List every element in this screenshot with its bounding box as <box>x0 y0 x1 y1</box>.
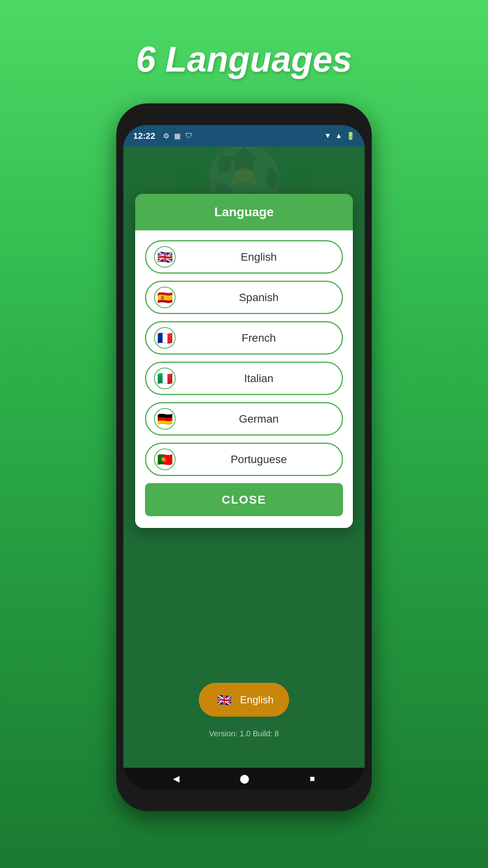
language-name-german: German <box>183 413 334 425</box>
flag-spanish: 🇪🇸 <box>154 287 176 308</box>
language-option-english[interactable]: 🇬🇧 English <box>145 240 343 274</box>
version-text: Version: 1.0 Build: 8 <box>209 729 279 738</box>
home-button[interactable]: ⬤ <box>240 774 250 784</box>
status-icons: ⚙ ▦ 🛡 <box>163 132 193 140</box>
app-content: Language 🇬🇧 English 🇪🇸 <box>123 147 365 768</box>
language-option-french[interactable]: 🇫🇷 French <box>145 321 343 355</box>
language-option-german[interactable]: 🇩🇪 German <box>145 402 343 436</box>
flag-portuguese: 🇵🇹 <box>154 449 176 470</box>
phone-nav-bar: ◀ ⬤ ■ <box>123 768 365 789</box>
dialog-title: Language <box>214 205 273 219</box>
current-flag-icon: 🇬🇧 <box>215 690 234 710</box>
language-dialog: Language 🇬🇧 English 🇪🇸 <box>135 194 353 528</box>
signal-icon: ▲ <box>335 132 342 140</box>
language-name-french: French <box>183 332 334 344</box>
current-language-button[interactable]: 🇬🇧 English <box>199 683 289 717</box>
dialog-header: Language <box>135 194 353 230</box>
language-name-spanish: Spanish <box>183 291 334 304</box>
phone-device: 12:22 ⚙ ▦ 🛡 ▼ ▲ 🔋 <box>116 103 372 811</box>
language-option-spanish[interactable]: 🇪🇸 Spanish <box>145 281 343 314</box>
back-button[interactable]: ◀ <box>173 774 180 784</box>
close-button[interactable]: CLOSE <box>145 483 343 516</box>
current-language-name: English <box>240 694 273 706</box>
battery-icon: 🔋 <box>346 132 355 140</box>
language-name-italian: Italian <box>183 372 334 385</box>
dialog-body: 🇬🇧 English 🇪🇸 Spanish 🇫 <box>135 230 353 528</box>
flag-english: 🇬🇧 <box>154 246 176 268</box>
language-option-italian[interactable]: 🇮🇹 Italian <box>145 362 343 395</box>
page-title: 6 Languages <box>136 39 352 80</box>
status-bar: 12:22 ⚙ ▦ 🛡 ▼ ▲ 🔋 <box>123 125 365 147</box>
settings-icon: ⚙ <box>163 132 169 140</box>
shield-icon: 🛡 <box>185 132 193 140</box>
language-option-portuguese[interactable]: 🇵🇹 Portuguese <box>145 443 343 476</box>
flag-french: 🇫🇷 <box>154 327 176 349</box>
language-name-english: English <box>183 251 334 263</box>
language-name-portuguese: Portuguese <box>183 453 334 466</box>
status-time: 12:22 <box>133 131 155 141</box>
recent-button[interactable]: ■ <box>310 774 315 784</box>
wifi-icon: ▼ <box>324 132 331 140</box>
flag-italian: 🇮🇹 <box>154 368 176 389</box>
status-right-icons: ▼ ▲ 🔋 <box>324 132 355 140</box>
phone-screen: 12:22 ⚙ ▦ 🛡 ▼ ▲ 🔋 <box>123 125 365 789</box>
flag-german: 🇩🇪 <box>154 408 176 430</box>
sim-icon: ▦ <box>174 132 181 140</box>
